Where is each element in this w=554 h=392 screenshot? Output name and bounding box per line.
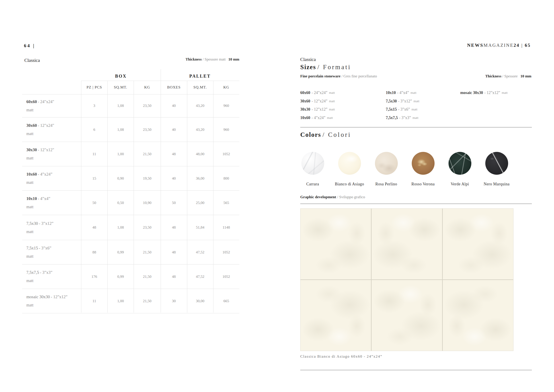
col-header-kg-pallet: KG: [213, 85, 239, 90]
table-group-pallet: PALLET: [161, 74, 239, 79]
table-row: 7,5x15 - 3”x6” matt 88 0,99 21,50 48 47,…: [22, 240, 239, 265]
row-finish: matt: [26, 252, 81, 260]
cell-sqmt-box: 0,90: [107, 166, 134, 190]
size-metric: 7,5x30: [386, 99, 397, 104]
material-it: / Gres fine porcellanato: [341, 74, 377, 78]
tile-sample: [300, 209, 371, 279]
cell-kg-pallet: 1052: [213, 142, 239, 166]
colors-heading-it: / Colori: [322, 131, 351, 138]
size-metric: 60x60: [300, 91, 310, 95]
verde-alpi-swatch: [449, 152, 471, 175]
graphic-development-heading: Graphic development / Sviluppo grafico: [300, 195, 365, 199]
size-metric: 10x60: [300, 116, 310, 120]
color-label: Rosso Verona: [405, 181, 441, 187]
sizes-column-2: 10x10- 4”x4”matt 7,5x30- 3”x12”matt 7,5x…: [386, 89, 461, 122]
row-label: 10x10 - 4”x4” matt: [22, 191, 81, 215]
color-label: Bianco di Asiago: [331, 181, 368, 187]
cell-kg-pallet: 960: [213, 118, 239, 142]
size-entry: 10x60- 4”x24”matt: [300, 114, 376, 122]
size-entry: 7,5x7,5- 3”x3”matt: [386, 114, 461, 122]
cell-sqmt-pallet: 43,20: [187, 94, 213, 117]
graphic-heading-rule: [300, 203, 532, 204]
cell-pz: 6: [81, 118, 107, 142]
cell-pz: 176: [81, 265, 107, 289]
row-finish: matt: [26, 301, 81, 309]
graphic-heading-it: / Sviluppo grafico: [337, 195, 365, 199]
row-finish: matt: [26, 228, 81, 236]
packing-table: 60x60 - 24"x24" matt 3 1,08 23,50 40 43,…: [22, 94, 239, 313]
cell-boxes: 48: [161, 215, 187, 240]
color-item-carrara: Carrara: [294, 152, 331, 187]
cell-kg-box: 21,50: [134, 265, 161, 289]
size-inches: - 3”x6”: [398, 107, 410, 112]
table-group-box: BOX: [81, 74, 161, 79]
size-inches: - 4”x4”: [397, 91, 409, 95]
cell-sqmt-pallet: 30,00: [187, 289, 213, 313]
size-metric: mosaic 30x30: [460, 91, 483, 95]
size-entry: 30x60- 12”x24”matt: [300, 97, 376, 105]
thickness-note-left: Thickness / Spessore matt 10 mm: [133, 57, 239, 62]
size-entry: 10x10- 4”x4”matt: [386, 89, 461, 97]
row-size: mosaic 30x30: [26, 294, 50, 299]
size-finish: matt: [412, 116, 418, 120]
table-header-rule: [81, 81, 239, 81]
size-entry: 60x60- 24”x24”matt: [300, 89, 376, 97]
row-finish: matt: [26, 203, 81, 211]
sizes-column-1: 60x60- 24”x24”matt 30x60- 12”x24”matt 30…: [300, 89, 376, 122]
cell-kg-pallet: 1148: [213, 215, 239, 240]
cell-kg-pallet: 1052: [213, 265, 239, 289]
cell-sqmt-box: 1,00: [107, 289, 134, 313]
cell-sqmt-pallet: 25,00: [187, 191, 213, 215]
cell-kg-pallet: 960: [213, 94, 239, 117]
collection-name-right: Classica: [300, 57, 316, 62]
row-finish: matt: [26, 178, 81, 187]
size-finish: matt: [410, 91, 416, 95]
bottom-rule: [300, 370, 532, 370]
cell-kg-box: 23,50: [134, 215, 161, 240]
rosso-verona-swatch: [412, 152, 435, 175]
cell-kg-box: 21,50: [134, 289, 161, 313]
collection-name-left: Classica: [24, 58, 40, 63]
cell-pz: 50: [81, 191, 107, 215]
cell-boxes: 40: [161, 94, 187, 117]
row-label: 7,5x15 - 3”x6” matt: [22, 240, 81, 264]
size-metric: 7,5x7,5: [386, 116, 398, 120]
masthead-magazine: MAGAZINE: [484, 42, 514, 48]
cell-kg-pallet: 565: [213, 191, 239, 215]
size-finish: matt: [329, 99, 335, 103]
cell-sqmt-box: 1,08: [107, 94, 134, 117]
row-dim: - 4”x24”: [38, 172, 53, 176]
cell-pz: 11: [81, 289, 107, 313]
row-size: 30x60: [26, 123, 37, 128]
row-label: 30x60 - 12"x24" matt: [22, 118, 81, 142]
tile-sample: [372, 209, 442, 279]
row-finish: matt: [26, 277, 81, 285]
cell-pz: 48: [81, 215, 107, 240]
color-item-nero-marquina: Nero Marquina: [478, 152, 515, 187]
row-finish: matt: [26, 130, 81, 138]
size-inches: - 3”x3”: [399, 116, 411, 120]
table-row: 10x10 - 4”x4” matt 50 0,50 10,90 50 25,0…: [22, 191, 239, 215]
row-dim: - 3”x12”: [39, 221, 53, 226]
cell-kg-pallet: 1052: [213, 240, 239, 264]
graphic-heading-en: Graphic development: [300, 195, 336, 199]
table-row: mosaic 30x30 - 12”x12” matt 11 1,00 21,5…: [22, 289, 239, 313]
size-metric: 30x30: [300, 107, 310, 112]
cell-sqmt-box: 1,00: [107, 142, 134, 166]
cell-boxes: 30: [161, 289, 187, 313]
cell-kg-box: 21,50: [134, 142, 161, 166]
cell-kg-pallet: 800: [213, 166, 239, 190]
table-row: 7,5x7,5 - 3”x3” matt 176 0,99 21,50 48 4…: [22, 265, 239, 289]
row-size: 10x60: [26, 172, 37, 176]
color-item-rosso-verona: Rosso Verona: [405, 152, 441, 187]
sizes-heading-it: / Formati: [317, 63, 351, 70]
bianco-di-asiago-swatch: [338, 152, 361, 175]
masthead-news: NEWS: [467, 42, 484, 48]
color-item-bianco-di-asiago: Bianco di Asiago: [331, 152, 368, 187]
table-row: 30x60 - 12"x24" matt 6 1,08 23,50 40 43,…: [22, 118, 239, 142]
cell-sqmt-pallet: 47,52: [187, 265, 213, 289]
nero-marquina-swatch: [485, 152, 508, 175]
col-header-sqmt-box: SQ.MT.: [107, 85, 134, 90]
thickness-label: Thickness: [485, 74, 501, 78]
size-finish: matt: [329, 107, 335, 111]
